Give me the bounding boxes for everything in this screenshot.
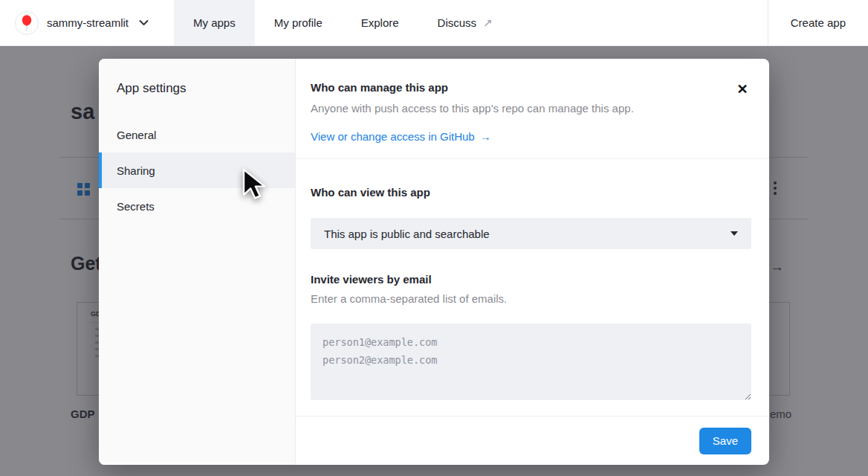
manage-description: Anyone with push access to this app's re… <box>311 102 751 115</box>
invite-section: Invite viewers by email Enter a comma-se… <box>296 249 769 400</box>
caret-down-icon <box>731 231 738 236</box>
sidebar-item-label: Sharing <box>117 164 155 177</box>
manage-heading: Who can manage this app <box>311 81 751 94</box>
modal-title: App settings <box>99 80 295 97</box>
sidebar-item-label: General <box>117 129 156 141</box>
tab-label: My apps <box>193 16 236 29</box>
manage-section: Who can manage this app Anyone with push… <box>296 59 769 159</box>
tab-label: My profile <box>274 16 323 29</box>
sidebar-item-secrets[interactable]: Secrets <box>99 188 295 224</box>
nav-tabs: My apps My profile Explore Discuss ↗ <box>174 0 512 45</box>
modal-sidebar: App settings General Sharing Secrets <box>99 59 296 465</box>
sidebar-item-sharing[interactable]: Sharing <box>99 152 295 188</box>
tab-my-apps[interactable]: My apps <box>174 0 255 45</box>
invite-description: Enter a comma-separated list of emails. <box>311 292 751 306</box>
nav-spacer <box>512 0 768 45</box>
modal-footer: Save <box>296 416 769 465</box>
modal-content: ✕ Who can manage this app Anyone with pu… <box>296 59 769 465</box>
view-section: Who can view this app This app is public… <box>296 159 769 249</box>
sidebar-item-label: Secrets <box>117 200 155 213</box>
visibility-dropdown-value: This app is public and searchable <box>324 228 490 240</box>
tab-label: Explore <box>361 16 399 29</box>
tab-my-profile[interactable]: My profile <box>255 0 342 45</box>
save-button[interactable]: Save <box>699 428 751 454</box>
visibility-dropdown[interactable]: This app is public and searchable <box>311 218 751 249</box>
github-access-link[interactable]: View or change access in GitHub → <box>311 130 491 144</box>
workspace-switcher[interactable]: sammy-streamlit <box>0 0 165 45</box>
create-app-button[interactable]: Create app <box>768 0 868 45</box>
tab-discuss[interactable]: Discuss ↗ <box>418 0 512 45</box>
invite-emails-textarea[interactable] <box>311 324 751 400</box>
github-access-link-label: View or change access in GitHub <box>311 130 475 144</box>
app-settings-modal: App settings General Sharing Secrets ✕ W… <box>99 59 769 465</box>
tab-label: Discuss <box>438 16 477 29</box>
external-link-icon: ↗ <box>483 16 493 30</box>
sidebar-item-general[interactable]: General <box>99 117 295 152</box>
chevron-down-icon <box>139 19 149 26</box>
workspace-name: sammy-streamlit <box>47 16 129 29</box>
top-navbar: sammy-streamlit My apps My profile Explo… <box>0 0 868 46</box>
balloon-logo-icon <box>15 11 39 35</box>
tab-explore[interactable]: Explore <box>342 0 418 45</box>
create-app-label: Create app <box>791 16 846 29</box>
close-icon[interactable]: ✕ <box>734 81 751 97</box>
view-heading: Who can view this app <box>311 186 751 199</box>
invite-heading: Invite viewers by email <box>311 273 751 286</box>
arrow-right-icon: → <box>480 130 491 144</box>
